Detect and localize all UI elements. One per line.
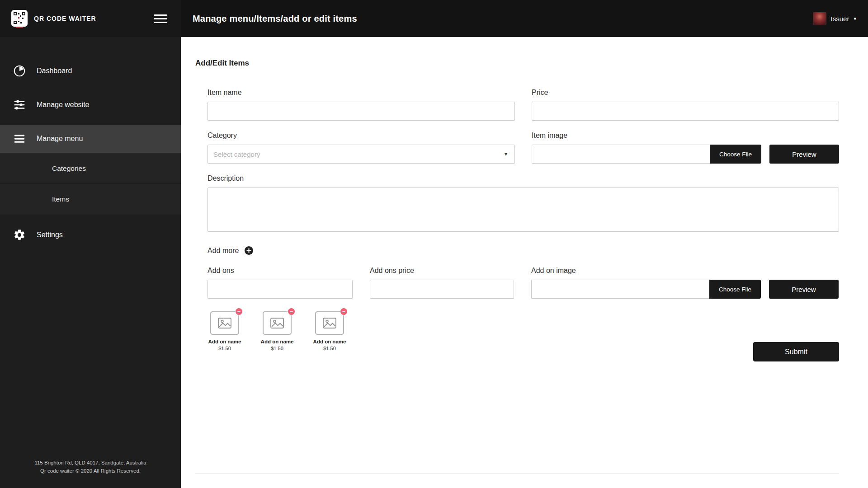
addon-image-placeholder <box>210 311 239 335</box>
sidebar-item-manage-website[interactable]: Manage website <box>0 91 181 119</box>
brand-name: QR CODE WAITER <box>34 15 96 22</box>
add-ons-price-field: Add ons price <box>370 267 514 299</box>
item-image-field: Item image Choose File Preview <box>532 131 839 164</box>
addon-card: Add on name $1.50 <box>260 311 294 351</box>
sidebar-nav: Dashboard Manage website Manage menu <box>0 57 181 255</box>
description-textarea[interactable] <box>208 188 839 232</box>
add-on-image-choose-file-button[interactable]: Choose File <box>709 280 761 299</box>
sidebar-item-label: Manage menu <box>37 135 83 143</box>
sidebar-subitem-label: Items <box>52 195 69 203</box>
sidebar-item-label: Manage website <box>37 101 90 109</box>
addon-image-placeholder <box>263 311 292 335</box>
category-field: Category Select category ▾ <box>208 131 515 164</box>
dashboard-icon <box>11 63 28 79</box>
item-image-input[interactable] <box>532 145 710 164</box>
main-area: Manage menu/Items/add or edit items Issu… <box>181 0 868 488</box>
addon-card: Add on name $1.50 <box>208 311 242 351</box>
sidebar-subitem-items[interactable]: Items <box>0 184 181 215</box>
top-bar: Manage menu/Items/add or edit items Issu… <box>181 0 868 37</box>
addon-price: $1.50 <box>208 346 242 351</box>
sidebar-subitem-categories[interactable]: Categories <box>0 153 181 184</box>
price-label: Price <box>532 89 839 97</box>
category-select-placeholder: Select category <box>213 150 505 158</box>
add-more-label: Add more <box>208 247 239 255</box>
description-label: Description <box>208 174 839 183</box>
page-title: Manage menu/Items/add or edit items <box>193 14 357 24</box>
chevron-down-icon: ▾ <box>505 151 507 157</box>
addon-name: Add on name <box>208 339 242 344</box>
content-area: Add/Edit Items Item name Price <box>181 37 868 488</box>
addon-card: Add on name $1.50 <box>312 311 347 351</box>
addon-cards: Add on name $1.50 <box>208 310 347 351</box>
item-image-label: Item image <box>532 131 839 140</box>
add-on-image-preview-button[interactable]: Preview <box>769 280 839 299</box>
item-image-preview-button[interactable]: Preview <box>769 145 839 164</box>
image-icon <box>323 318 336 328</box>
image-icon <box>270 318 284 328</box>
addon-price: $1.50 <box>260 346 294 351</box>
sidebar-item-label: Settings <box>37 231 63 239</box>
add-ons-price-input[interactable] <box>370 280 514 299</box>
sliders-icon <box>11 97 28 113</box>
sidebar-item-label: Dashboard <box>37 67 72 75</box>
addon-name: Add on name <box>312 339 347 344</box>
price-field: Price <box>532 89 839 121</box>
remove-addon-icon[interactable] <box>340 308 347 315</box>
add-ons-label: Add ons <box>208 267 353 275</box>
qr-code-waiter-logo-icon <box>11 9 28 28</box>
category-select[interactable]: Select category ▾ <box>208 145 515 164</box>
sidebar-footer: 115 Brighton Rd, QLD 4017, Sandgate, Aus… <box>0 459 181 488</box>
addon-image-placeholder <box>315 311 344 335</box>
footer-address: 115 Brighton Rd, QLD 4017, Sandgate, Aus… <box>9 459 172 467</box>
add-ons-field: Add ons <box>208 267 353 299</box>
sidebar-item-dashboard[interactable]: Dashboard <box>0 57 181 85</box>
add-on-image-input[interactable] <box>531 280 709 299</box>
item-name-field: Item name <box>208 89 515 121</box>
avatar[interactable] <box>813 12 826 25</box>
gear-icon <box>11 227 28 243</box>
user-menu[interactable]: Issuer ▾ <box>813 12 856 25</box>
description-field: Description <box>208 174 839 234</box>
add-on-image-label: Add on image <box>531 267 839 275</box>
item-image-choose-file-button[interactable]: Choose File <box>710 145 761 164</box>
item-form: Item name Price Category Select category <box>195 89 839 361</box>
remove-addon-icon[interactable] <box>236 308 242 315</box>
submit-button[interactable]: Submit <box>753 342 839 361</box>
remove-addon-icon[interactable] <box>288 308 295 315</box>
add-edit-items-card: Add/Edit Items Item name Price <box>195 47 839 474</box>
item-name-input[interactable] <box>208 102 515 121</box>
sidebar-subitem-label: Categories <box>52 164 86 173</box>
manage-menu-subnav: Categories Items <box>0 153 181 215</box>
sidebar-item-manage-menu[interactable]: Manage menu <box>0 125 181 153</box>
menu-icon <box>11 131 28 147</box>
addon-name: Add on name <box>260 339 294 344</box>
addon-price: $1.50 <box>312 346 347 351</box>
sidebar: QR CODE WAITER Dashboard Mana <box>0 0 181 488</box>
plus-icon <box>246 248 251 253</box>
footer-copyright: Qr code waiter © 2020 All Rights Reserve… <box>9 467 172 475</box>
brand-row: QR CODE WAITER <box>0 0 181 37</box>
price-input[interactable] <box>532 102 839 121</box>
sidebar-item-settings[interactable]: Settings <box>0 221 181 249</box>
add-more-button[interactable] <box>245 246 253 255</box>
item-name-label: Item name <box>208 89 515 97</box>
image-icon <box>218 318 231 328</box>
add-more-row: Add more <box>208 246 839 255</box>
add-on-image-field: Add on image Choose File Preview <box>531 267 839 299</box>
category-label: Category <box>208 131 515 140</box>
user-role-label[interactable]: Issuer <box>831 15 849 23</box>
chevron-down-icon[interactable]: ▾ <box>854 16 856 22</box>
section-title: Add/Edit Items <box>195 59 839 68</box>
add-ons-input[interactable] <box>208 280 353 299</box>
add-ons-price-label: Add ons price <box>370 267 514 275</box>
bottom-row: Add on name $1.50 <box>208 310 839 361</box>
sidebar-toggle-icon[interactable] <box>152 13 169 25</box>
